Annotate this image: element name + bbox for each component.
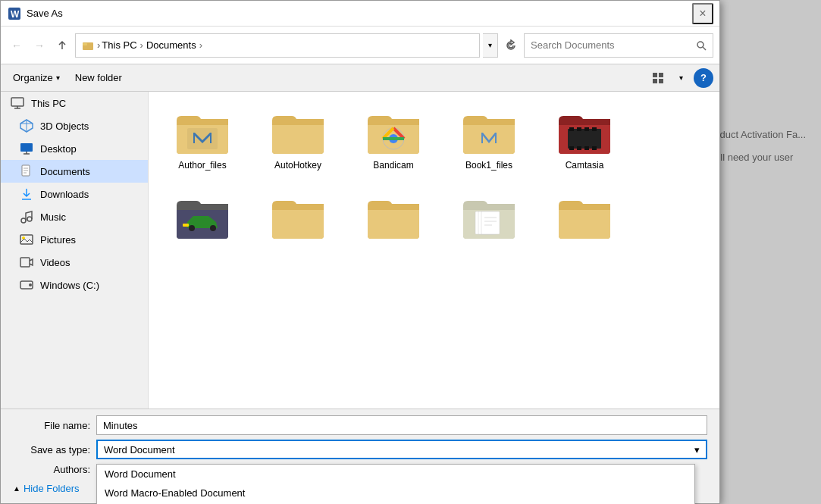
sidebar-item-music[interactable]: Music xyxy=(1,205,148,228)
organize-label: Organize xyxy=(13,72,53,83)
svg-rect-3 xyxy=(83,43,87,45)
savetype-chevron-icon: ▾ xyxy=(694,444,700,455)
sidebar-label-videos: Videos xyxy=(40,257,71,268)
dropdown-chevron-icon: ▾ xyxy=(488,41,492,49)
file-item[interactable]: Book1_files xyxy=(447,104,531,177)
view-dropdown-button[interactable]: ▾ xyxy=(671,68,691,88)
help-button[interactable]: ? xyxy=(694,68,713,88)
up-icon xyxy=(57,40,67,51)
savetype-row: Save as type: Word Document ▾ xyxy=(13,440,707,459)
svg-text:W: W xyxy=(11,9,20,20)
close-button[interactable]: × xyxy=(692,3,713,24)
authors-label: Authors: xyxy=(13,464,96,475)
file-label: Author_files xyxy=(178,160,226,171)
sidebar-item-3dobjects[interactable]: 3D Objects xyxy=(1,114,148,137)
file-item[interactable] xyxy=(161,189,244,251)
filename-input[interactable] xyxy=(96,415,707,435)
svg-rect-28 xyxy=(187,128,218,149)
file-item[interactable]: Camtasia xyxy=(543,104,626,177)
svg-point-4 xyxy=(697,42,703,48)
forward-button[interactable]: → xyxy=(30,36,49,55)
sidebar-label-desktop: Desktop xyxy=(40,143,77,155)
sidebar-item-downloads[interactable]: Downloads xyxy=(1,183,148,205)
downloads-icon xyxy=(19,186,34,202)
search-input[interactable] xyxy=(531,39,696,51)
documents-icon xyxy=(19,164,34,179)
svg-point-41 xyxy=(189,225,195,231)
path-sep-1: › xyxy=(140,39,143,51)
computer-icon xyxy=(10,95,25,111)
refresh-icon xyxy=(505,39,517,52)
file-item[interactable] xyxy=(543,189,626,251)
organize-button[interactable]: Organize ▾ xyxy=(7,68,66,88)
save-as-dialog: W Save As × ← → › This PC › Documents › … xyxy=(0,0,720,504)
svg-rect-39 xyxy=(584,146,589,150)
title-bar: W Save As × xyxy=(1,1,719,27)
address-path[interactable]: › This PC › Documents › xyxy=(75,33,480,58)
refresh-button[interactable] xyxy=(501,36,521,55)
svg-rect-25 xyxy=(20,258,30,267)
sidebar-item-videos[interactable]: Videos xyxy=(1,251,148,274)
file-item[interactable] xyxy=(256,189,340,251)
svg-rect-37 xyxy=(569,146,574,150)
new-folder-button[interactable]: New folder xyxy=(69,68,128,88)
svg-rect-23 xyxy=(20,235,33,244)
svg-point-22 xyxy=(27,217,32,221)
sidebar-label-3dobjects: 3D Objects xyxy=(40,121,89,132)
view-dropdown-icon: ▾ xyxy=(679,74,683,82)
dropdown-option-1[interactable]: Word Macro-Enabled Document xyxy=(97,484,694,502)
desktop-icon xyxy=(19,141,34,156)
word-icon: W xyxy=(7,6,22,21)
filename-row: File name: xyxy=(13,415,707,435)
path-documents: Documents xyxy=(146,39,196,51)
bottom-form: File name: Save as type: Word Document ▾… xyxy=(1,409,719,503)
folder-icon xyxy=(557,110,612,155)
folder-icon xyxy=(175,195,230,240)
savetype-dropdown[interactable]: Word Document ▾ xyxy=(96,440,707,459)
folder-icon xyxy=(462,110,516,155)
toolbar: Organize ▾ New folder ▾ ? xyxy=(1,64,719,92)
file-label: Book1_files xyxy=(465,160,512,171)
background-text: roduct Activation Fa... will need your u… xyxy=(711,129,806,163)
svg-rect-36 xyxy=(592,127,597,131)
file-grid-container: Author_files AutoHotkey xyxy=(149,92,719,409)
sidebar-label-thispc: This PC xyxy=(31,98,66,109)
file-item[interactable]: Author_files xyxy=(161,104,244,177)
sidebar-item-thispc[interactable]: This PC xyxy=(1,92,148,114)
svg-rect-40 xyxy=(592,146,597,150)
back-button[interactable]: ← xyxy=(7,36,27,55)
folder-icon xyxy=(366,110,421,155)
address-dropdown-btn[interactable]: ▾ xyxy=(483,33,498,58)
sidebar-item-documents[interactable]: Documents xyxy=(1,160,148,183)
file-item[interactable]: AutoHotkey xyxy=(256,104,340,177)
path-this-pc: This PC xyxy=(102,39,136,51)
pictures-icon xyxy=(19,232,34,247)
main-content: This PC 3D Objects Desktop xyxy=(1,92,719,409)
up-button[interactable] xyxy=(52,36,72,55)
svg-rect-46 xyxy=(481,211,500,234)
file-label: Bandicam xyxy=(373,160,413,171)
sidebar-item-windows-drive[interactable]: Windows (C:) xyxy=(1,274,148,296)
dialog-title: Save As xyxy=(27,8,692,19)
file-item[interactable]: Bandicam xyxy=(352,104,435,177)
file-item[interactable] xyxy=(352,189,435,251)
search-box xyxy=(524,33,713,58)
folder-icon xyxy=(366,195,421,240)
file-item[interactable] xyxy=(447,189,531,251)
new-folder-label: New folder xyxy=(75,72,122,83)
svg-rect-10 xyxy=(11,98,24,106)
filename-label: File name: xyxy=(13,420,96,431)
savetype-label: Save as type: xyxy=(13,444,96,455)
folder-nav-icon xyxy=(82,39,94,52)
svg-point-42 xyxy=(210,225,216,231)
sidebar-item-desktop[interactable]: Desktop xyxy=(1,137,148,160)
dropdown-option-0[interactable]: Word Document xyxy=(97,465,694,484)
sidebar-item-pictures[interactable]: Pictures xyxy=(1,228,148,251)
file-label: AutoHotkey xyxy=(274,160,321,171)
svg-rect-8 xyxy=(653,79,657,83)
svg-line-5 xyxy=(703,47,706,50)
organize-chevron-icon: ▾ xyxy=(56,74,60,82)
savetype-dropdown-list: Word Document Word Macro-Enabled Documen… xyxy=(96,464,695,504)
path-part-thispc: › xyxy=(97,39,100,51)
view-button[interactable] xyxy=(648,68,668,88)
